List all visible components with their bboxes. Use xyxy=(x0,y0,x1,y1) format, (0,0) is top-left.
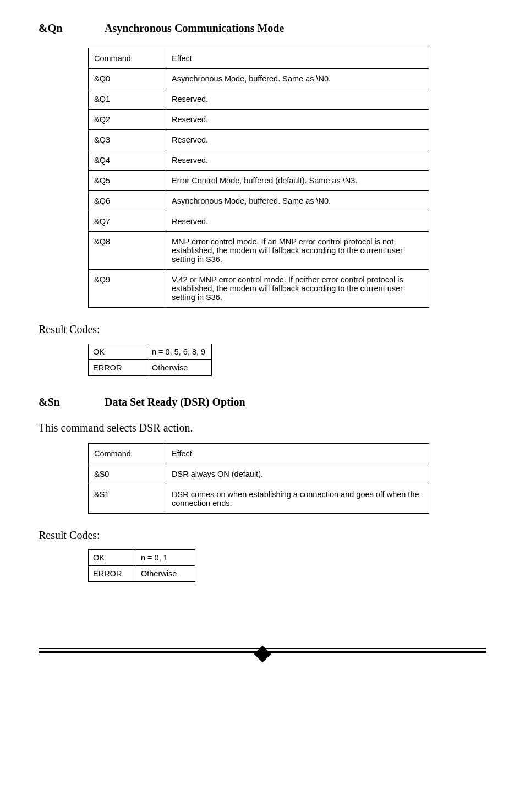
cell-cmd: &Q7 xyxy=(89,211,166,232)
table-row: &Q2Reserved. xyxy=(89,110,429,130)
rc-cond: n = 0, 1 xyxy=(136,550,195,566)
cell-effect: Reserved. xyxy=(166,110,429,130)
rc-cond: Otherwise xyxy=(136,566,195,582)
result-codes-label-2: Result Codes: xyxy=(39,529,486,542)
table-row: ERROR Otherwise xyxy=(89,566,195,582)
rc-code: ERROR xyxy=(89,360,147,376)
rc-code: OK xyxy=(89,344,147,360)
cell-effect: DSR comes on when establishing a connect… xyxy=(166,484,429,514)
cell-cmd: &Q2 xyxy=(89,110,166,130)
section1-cmd: &Qn xyxy=(39,22,105,35)
section1-title: Asynchronous Communications Mode xyxy=(105,22,284,35)
cell-cmd: &Q3 xyxy=(89,130,166,150)
cell-effect: Reserved. xyxy=(166,89,429,110)
footer-divider xyxy=(39,648,486,664)
table-row: &Q7Reserved. xyxy=(89,211,429,232)
cell-effect: Error Control Mode, buffered (default). … xyxy=(166,171,429,191)
table-row: OK n = 0, 1 xyxy=(89,550,195,566)
qn-table: Command Effect &Q0Asynchronous Mode, buf… xyxy=(88,48,429,308)
header-effect: Effect xyxy=(166,444,429,464)
header-command: Command xyxy=(89,48,166,69)
table-row: &Q5Error Control Mode, buffered (default… xyxy=(89,171,429,191)
result-codes-table-1: OK n = 0, 5, 6, 8, 9 ERROR Otherwise xyxy=(88,344,212,376)
table-row: &S1DSR comes on when establishing a conn… xyxy=(89,484,429,514)
cell-cmd: &Q0 xyxy=(89,69,166,89)
cell-cmd: &S0 xyxy=(89,464,166,484)
table-row: &Q1Reserved. xyxy=(89,89,429,110)
rc-code: OK xyxy=(89,550,136,566)
section2-title: Data Set Ready (DSR) Option xyxy=(105,396,245,408)
cell-effect: Reserved. xyxy=(166,150,429,171)
cell-effect: Asynchronous Mode, buffered. Same as \N0… xyxy=(166,191,429,211)
table-row: Command Effect xyxy=(89,444,429,464)
cell-cmd: &S1 xyxy=(89,484,166,514)
cell-effect: DSR always ON (default). xyxy=(166,464,429,484)
header-command: Command xyxy=(89,444,166,464)
result-codes-label-1: Result Codes: xyxy=(39,323,486,336)
table-row: &S0DSR always ON (default). xyxy=(89,464,429,484)
result-codes-table-2: OK n = 0, 1 ERROR Otherwise xyxy=(88,549,195,582)
cell-cmd: &Q4 xyxy=(89,150,166,171)
cell-cmd: &Q9 xyxy=(89,270,166,308)
cell-cmd: &Q1 xyxy=(89,89,166,110)
cell-cmd: &Q8 xyxy=(89,232,166,270)
cell-effect: Reserved. xyxy=(166,130,429,150)
cell-effect: MNP error control mode. If an MNP error … xyxy=(166,232,429,270)
table-row: &Q0Asynchronous Mode, buffered. Same as … xyxy=(89,69,429,89)
table-row: Command Effect xyxy=(89,48,429,69)
table-row: &Q9V.42 or MNP error control mode. If ne… xyxy=(89,270,429,308)
table-row: &Q6Asynchronous Mode, buffered. Same as … xyxy=(89,191,429,211)
rc-cond: n = 0, 5, 6, 8, 9 xyxy=(147,344,212,360)
section1-heading: &Qn Asynchronous Communications Mode xyxy=(39,22,486,35)
table-row: ERROR Otherwise xyxy=(89,360,212,376)
cell-effect: Asynchronous Mode, buffered. Same as \N0… xyxy=(166,69,429,89)
section2-heading: &Sn Data Set Ready (DSR) Option xyxy=(39,396,486,408)
cell-effect: Reserved. xyxy=(166,211,429,232)
cell-cmd: &Q6 xyxy=(89,191,166,211)
table-row: &Q3Reserved. xyxy=(89,130,429,150)
section2-cmd: &Sn xyxy=(39,396,105,408)
table-row: OK n = 0, 5, 6, 8, 9 xyxy=(89,344,212,360)
rc-code: ERROR xyxy=(89,566,136,582)
sn-table: Command Effect &S0DSR always ON (default… xyxy=(88,443,429,514)
cell-cmd: &Q5 xyxy=(89,171,166,191)
table-row: &Q8MNP error control mode. If an MNP err… xyxy=(89,232,429,270)
section2-intro: This command selects DSR action. xyxy=(39,422,486,434)
cell-effect: V.42 or MNP error control mode. If neith… xyxy=(166,270,429,308)
table-row: &Q4Reserved. xyxy=(89,150,429,171)
rc-cond: Otherwise xyxy=(147,360,212,376)
header-effect: Effect xyxy=(166,48,429,69)
